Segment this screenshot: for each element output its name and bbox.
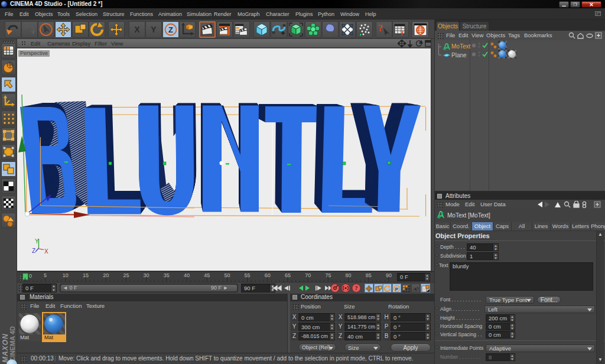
svg-text:90: 90: [386, 272, 392, 278]
svg-text:25: 25: [123, 272, 129, 278]
svg-text:P: P: [395, 287, 399, 292]
svg-text:10: 10: [63, 272, 69, 278]
svg-text:X: X: [44, 248, 48, 255]
svg-text:20: 20: [103, 272, 109, 278]
svg-text:75: 75: [325, 272, 331, 278]
svg-text:?: ?: [378, 23, 383, 33]
svg-text:55: 55: [245, 272, 251, 278]
svg-text:?: ?: [355, 285, 358, 291]
svg-text:40: 40: [184, 272, 190, 278]
svg-text:Plane: Plane: [451, 52, 467, 58]
svg-text:5: 5: [44, 272, 47, 278]
svg-text:30: 30: [144, 272, 149, 278]
svg-text:Z: Z: [168, 25, 173, 34]
svg-text:70: 70: [305, 272, 311, 278]
svg-text:85: 85: [366, 272, 372, 278]
svg-text:MoText: MoText: [451, 43, 470, 50]
svg-text:?: ?: [400, 28, 404, 37]
svg-text:35: 35: [164, 272, 170, 278]
svg-text:80: 80: [346, 272, 352, 278]
svg-text:50: 50: [224, 272, 230, 278]
svg-text:Z: Z: [32, 248, 35, 254]
svg-text:15: 15: [83, 272, 89, 278]
svg-text:65: 65: [285, 272, 291, 278]
svg-text:45: 45: [204, 272, 210, 278]
svg-text:60: 60: [265, 272, 271, 278]
